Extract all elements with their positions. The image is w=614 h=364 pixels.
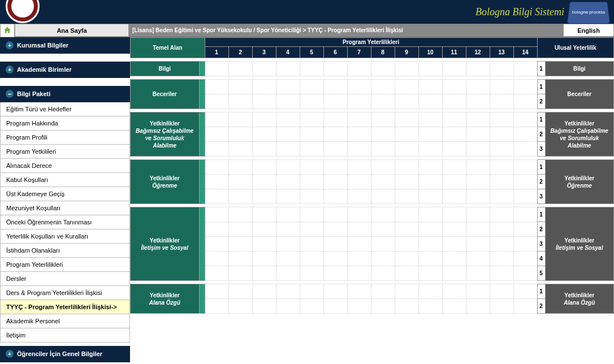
cell-1-0-5[interactable] xyxy=(323,80,347,94)
cell-0-0-7[interactable] xyxy=(371,62,395,76)
cell-4-0-4[interactable] xyxy=(300,207,323,222)
cell-5-1-13[interactable] xyxy=(513,299,537,314)
cell-4-2-6[interactable] xyxy=(347,237,371,252)
cell-4-1-0[interactable] xyxy=(205,222,228,237)
cell-1-0-2[interactable] xyxy=(252,80,276,94)
cell-0-0-0[interactable] xyxy=(205,62,228,76)
cell-3-2-9[interactable] xyxy=(418,189,442,204)
cell-0-0-4[interactable] xyxy=(300,62,323,76)
cell-2-0-6[interactable] xyxy=(347,112,371,127)
sidebar-section-2[interactable]: –Bilgi Paketi xyxy=(0,86,130,102)
cell-1-1-0[interactable] xyxy=(205,94,228,109)
cell-4-3-0[interactable] xyxy=(205,252,228,266)
cell-2-2-6[interactable] xyxy=(347,142,371,157)
cell-3-0-11[interactable] xyxy=(466,160,490,175)
cell-4-3-2[interactable] xyxy=(252,252,276,266)
cell-5-0-8[interactable] xyxy=(395,284,418,299)
cell-5-1-9[interactable] xyxy=(418,299,442,314)
cell-1-1-1[interactable] xyxy=(228,94,252,109)
sidebar-item-12[interactable]: Dersler xyxy=(0,272,130,286)
cell-2-1-3[interactable] xyxy=(276,127,300,142)
cell-2-2-2[interactable] xyxy=(252,142,276,157)
cell-4-4-5[interactable] xyxy=(323,266,347,281)
cell-4-4-12[interactable] xyxy=(490,266,513,281)
cell-2-2-0[interactable] xyxy=(205,142,228,157)
cell-0-0-1[interactable] xyxy=(228,62,252,76)
cell-2-0-7[interactable] xyxy=(371,112,395,127)
cell-3-0-9[interactable] xyxy=(418,160,442,175)
cell-4-1-5[interactable] xyxy=(323,222,347,237)
cell-4-4-10[interactable] xyxy=(442,266,466,281)
sidebar-item-7[interactable]: Mezuniyet Koşulları xyxy=(0,201,130,215)
cell-3-0-3[interactable] xyxy=(276,160,300,175)
cell-1-1-7[interactable] xyxy=(371,94,395,109)
cell-1-1-4[interactable] xyxy=(300,94,323,109)
cell-4-0-11[interactable] xyxy=(466,207,490,222)
cell-4-2-0[interactable] xyxy=(205,237,228,252)
cell-4-2-12[interactable] xyxy=(490,237,513,252)
cell-4-2-11[interactable] xyxy=(466,237,490,252)
cell-4-3-12[interactable] xyxy=(490,252,513,266)
cell-4-3-6[interactable] xyxy=(347,252,371,266)
cell-4-0-3[interactable] xyxy=(276,207,300,222)
cell-2-1-0[interactable] xyxy=(205,127,228,142)
cell-5-0-0[interactable] xyxy=(205,284,228,299)
cell-4-1-2[interactable] xyxy=(252,222,276,237)
cell-4-2-7[interactable] xyxy=(371,237,395,252)
cell-0-0-9[interactable] xyxy=(418,62,442,76)
cell-4-0-12[interactable] xyxy=(490,207,513,222)
cell-4-4-4[interactable] xyxy=(300,266,323,281)
cell-4-2-13[interactable] xyxy=(513,237,537,252)
cell-4-0-1[interactable] xyxy=(228,207,252,222)
cell-4-1-1[interactable] xyxy=(228,222,252,237)
cell-2-1-11[interactable] xyxy=(466,127,490,142)
cell-5-1-10[interactable] xyxy=(442,299,466,314)
cell-5-0-7[interactable] xyxy=(371,284,395,299)
cell-3-2-0[interactable] xyxy=(205,189,228,204)
cell-0-0-6[interactable] xyxy=(347,62,371,76)
cell-3-0-10[interactable] xyxy=(442,160,466,175)
cell-3-0-13[interactable] xyxy=(513,160,537,175)
cell-0-0-12[interactable] xyxy=(490,62,513,76)
cell-2-1-2[interactable] xyxy=(252,127,276,142)
cell-1-0-9[interactable] xyxy=(418,80,442,94)
cell-2-2-13[interactable] xyxy=(513,142,537,157)
sidebar-item-8[interactable]: Önceki Öğrenmenin Tanınması xyxy=(0,215,130,229)
sidebar-item-5[interactable]: Kabul Koşulları xyxy=(0,173,130,187)
sidebar-item-9[interactable]: Yeterlilik Koşulları ve Kuralları xyxy=(0,229,130,244)
cell-2-2-9[interactable] xyxy=(418,142,442,157)
cell-0-0-8[interactable] xyxy=(395,62,418,76)
cell-2-0-13[interactable] xyxy=(513,112,537,127)
cell-0-0-13[interactable] xyxy=(513,62,537,76)
cell-4-4-8[interactable] xyxy=(395,266,418,281)
cell-3-1-8[interactable] xyxy=(395,175,418,189)
sidebar-section-1[interactable]: +Akademik Birimler xyxy=(0,62,130,78)
cell-4-4-6[interactable] xyxy=(347,266,371,281)
cell-3-1-2[interactable] xyxy=(252,175,276,189)
cell-2-2-5[interactable] xyxy=(323,142,347,157)
cell-4-0-6[interactable] xyxy=(347,207,371,222)
sidebar-item-4[interactable]: Alınacak Derece xyxy=(0,159,130,173)
cell-4-0-7[interactable] xyxy=(371,207,395,222)
cell-2-1-1[interactable] xyxy=(228,127,252,142)
cell-5-0-4[interactable] xyxy=(300,284,323,299)
cell-2-1-7[interactable] xyxy=(371,127,395,142)
cell-4-3-9[interactable] xyxy=(418,252,442,266)
sidebar-footer-section[interactable]: + Öğrenciler İçin Genel Bilgiler xyxy=(0,346,130,362)
cell-5-0-13[interactable] xyxy=(513,284,537,299)
cell-3-2-3[interactable] xyxy=(276,189,300,204)
cell-3-0-0[interactable] xyxy=(205,160,228,175)
cell-3-2-7[interactable] xyxy=(371,189,395,204)
cell-1-0-11[interactable] xyxy=(466,80,490,94)
cell-4-2-9[interactable] xyxy=(418,237,442,252)
cell-3-1-6[interactable] xyxy=(347,175,371,189)
cell-4-0-0[interactable] xyxy=(205,207,228,222)
cell-2-0-11[interactable] xyxy=(466,112,490,127)
cell-4-4-11[interactable] xyxy=(466,266,490,281)
cell-2-1-8[interactable] xyxy=(395,127,418,142)
cell-4-3-8[interactable] xyxy=(395,252,418,266)
cell-4-0-13[interactable] xyxy=(513,207,537,222)
cell-5-1-0[interactable] xyxy=(205,299,228,314)
cell-3-1-4[interactable] xyxy=(300,175,323,189)
cell-1-0-1[interactable] xyxy=(228,80,252,94)
